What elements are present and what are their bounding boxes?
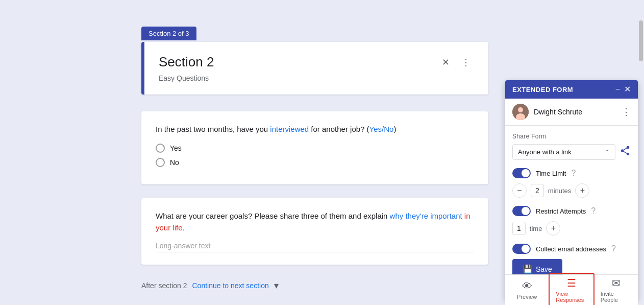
save-label: Save [536, 265, 552, 273]
question-card-2: What are your career goals? Please share… [141, 198, 488, 265]
invite-people-label: Invite People [601, 291, 632, 303]
user-row: Dwight Schrute ⋮ [505, 99, 638, 126]
user-avatar [512, 104, 529, 120]
invite-people-icon: ✉ [612, 277, 621, 289]
more-options-button[interactable]: ⋮ [458, 54, 474, 71]
view-responses-label: View Responses [556, 291, 587, 303]
share-select[interactable]: Anyone with a link ⌃ [512, 144, 615, 160]
time-limit-increment-button[interactable]: + [575, 183, 589, 198]
more-icon: ⋮ [461, 57, 470, 68]
radio-no [156, 158, 165, 167]
collapse-button[interactable]: ✕ [437, 54, 454, 71]
restrict-attempts-value: 1 [512, 222, 526, 235]
section-card-actions: ✕ ⋮ [437, 54, 474, 71]
time-limit-help-icon[interactable]: ? [571, 169, 576, 178]
restrict-attempts-toggle[interactable]: ✓ [512, 206, 531, 216]
view-responses-tab[interactable]: ☰ View Responses [549, 273, 594, 305]
long-answer-placeholder: Long-answer text [156, 242, 474, 252]
share-link-icon[interactable] [620, 145, 631, 159]
close-panel-button[interactable]: ✕ [624, 85, 631, 93]
restrict-attempts-unit: time [530, 225, 542, 232]
option-yes[interactable]: Yes [156, 144, 474, 153]
preview-tab[interactable]: 👁 Preview [505, 277, 549, 303]
panel-header: EXTENDED FORM − ✕ [505, 80, 638, 99]
section-subtitle: Easy Questions [159, 74, 214, 82]
invite-people-tab[interactable]: ✉ Invite People [595, 274, 638, 305]
option-yes-label: Yes [170, 144, 182, 152]
preview-label: Preview [517, 294, 537, 300]
section-card: Section 2 Easy Questions ✕ ⋮ [141, 42, 488, 95]
preview-icon: 👁 [522, 280, 532, 292]
collect-email-toggle[interactable]: ✓ [512, 244, 531, 254]
minimize-button[interactable]: − [615, 85, 620, 93]
time-limit-row: ✓ Time Limit ? [512, 168, 631, 178]
radio-yes [156, 144, 165, 153]
time-limit-toggle[interactable]: ✓ [512, 168, 531, 178]
extended-form-panel: EXTENDED FORM − ✕ Dwight Schrute ⋮ Share… [505, 80, 638, 300]
after-section-action: Continue to next section [192, 281, 269, 290]
close-icon: ✕ [624, 85, 631, 93]
question-1-text: In the past two months, have you intervi… [156, 124, 474, 135]
time-limit-decrement-button[interactable]: − [512, 183, 527, 198]
section-title: Section 2 [159, 54, 214, 70]
restrict-attempts-increment-button[interactable]: + [546, 221, 560, 236]
user-name: Dwight Schrute [534, 108, 622, 116]
restrict-attempts-help-icon[interactable]: ? [591, 206, 596, 216]
section-card-content: Section 2 Easy Questions [159, 54, 214, 82]
after-section-label: After section 2 [141, 281, 187, 290]
section-badge-label: Section 2 of 3 [148, 30, 189, 37]
after-section-dropdown-arrow[interactable]: ▾ [274, 280, 279, 291]
section-badge: Section 2 of 3 [141, 27, 196, 40]
restrict-attempts-row: ✓ Restrict Attempts ? [512, 206, 631, 216]
share-dropdown-icon: ⌃ [605, 149, 610, 156]
restrict-attempts-label: Restrict Attempts [536, 207, 586, 215]
after-section-row: After section 2 Continue to next section… [141, 280, 279, 291]
time-limit-unit: minutes [548, 187, 572, 195]
time-limit-label: Time Limit [536, 170, 566, 177]
collapse-icon: ✕ [442, 57, 450, 68]
collect-email-help-icon[interactable]: ? [611, 244, 616, 253]
restrict-attempts-stepper-row: 1 time + [512, 221, 631, 236]
option-no[interactable]: No [156, 158, 474, 167]
share-row: Anyone with a link ⌃ [512, 144, 631, 160]
panel-title: EXTENDED FORM [512, 86, 573, 93]
share-form-label: Share Form [512, 133, 631, 140]
svg-point-1 [518, 107, 523, 112]
share-select-value: Anyone with a link [518, 148, 572, 156]
minimize-icon: − [615, 85, 620, 93]
panel-header-actions: − ✕ [615, 85, 631, 93]
user-more-button[interactable]: ⋮ [622, 106, 631, 118]
collect-email-row: ✓ Collect email addresses ? [512, 244, 631, 254]
bottom-bar: 👁 Preview ☰ View Responses ✉ Invite Peop… [505, 274, 638, 305]
main-scrollbar[interactable] [638, 0, 644, 305]
scrollbar-thumb [639, 20, 643, 61]
option-no-label: No [170, 158, 179, 167]
collect-email-label: Collect email addresses [536, 245, 606, 253]
save-icon: 💾 [523, 264, 533, 274]
question-2-text: What are your career goals? Please share… [156, 210, 474, 233]
view-responses-icon: ☰ [567, 277, 576, 289]
time-limit-stepper-row: − 2 minutes + [512, 183, 631, 198]
question-card-1: In the past two months, have you intervi… [141, 111, 488, 184]
time-limit-value: 2 [531, 184, 544, 197]
main-area: Section 2 of 3 Section 2 Easy Questions … [0, 0, 490, 305]
